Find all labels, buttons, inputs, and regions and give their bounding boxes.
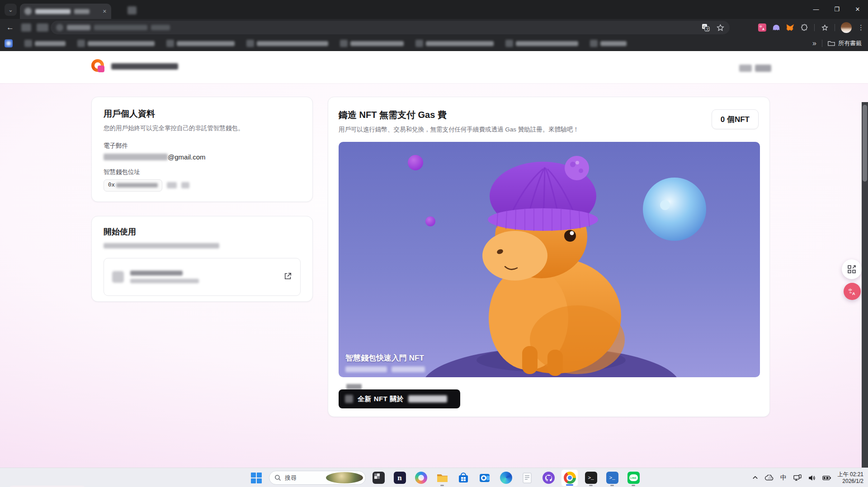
grid-arrow-icon: [847, 265, 856, 274]
email-value: @gmail.com: [104, 153, 301, 161]
ime-indicator[interactable]: 中: [780, 474, 787, 482]
bookmark-item[interactable]: [415, 40, 494, 47]
mint-nft-button[interactable]: 全新 NFT 關於: [339, 389, 460, 408]
bookmark-item[interactable]: [590, 40, 627, 47]
extensions-puzzle-icon[interactable]: [800, 23, 808, 32]
folder-icon: [436, 472, 448, 484]
bookmark-item[interactable]: [5, 39, 13, 47]
taskbar-icon-powershell[interactable]: >_: [604, 469, 621, 487]
email-label: 電子郵件: [104, 142, 301, 150]
taskbar-icon-store[interactable]: [455, 469, 472, 487]
running-indicator: [632, 485, 635, 486]
phantom-wallet-icon[interactable]: [772, 23, 780, 32]
display-connect-icon[interactable]: [793, 474, 802, 482]
google-translate-icon[interactable]: G文: [702, 23, 710, 32]
maximize-button[interactable]: ❐: [826, 0, 847, 18]
tab-search-chevron-icon[interactable]: ⌄: [5, 4, 17, 16]
store-bag-icon: [458, 472, 469, 484]
onedrive-icon[interactable]: [765, 475, 774, 481]
address-bar[interactable]: G文: [51, 21, 730, 34]
bookmarks-bar: » 所有書籤: [0, 36, 868, 51]
taskbar-icon-chrome[interactable]: [561, 469, 578, 487]
folder-icon: [828, 40, 835, 47]
bookmark-item[interactable]: [505, 40, 578, 47]
close-button[interactable]: ✕: [847, 0, 868, 18]
back-icon[interactable]: ←: [6, 23, 14, 32]
menu-dots-icon[interactable]: ⋮: [858, 23, 864, 32]
site-logo[interactable]: [91, 59, 106, 74]
taskbar-icon-capture[interactable]: [370, 469, 387, 487]
taskbar-icon-notepad[interactable]: [519, 469, 536, 487]
wallet-action-icon-blurred[interactable]: [181, 182, 189, 188]
tab-title-blurred: [35, 9, 71, 14]
start-button[interactable]: [248, 469, 265, 487]
immersive-translate-extension-icon[interactable]: 中A: [758, 23, 766, 32]
volume-icon[interactable]: [808, 475, 816, 481]
tab-close-icon[interactable]: ✕: [103, 9, 107, 14]
forward-icon-blurred[interactable]: [21, 23, 31, 32]
nft-card: 鑄造 NFT 無需支付 Gas 費 用戶可以進行鑄幣、交易和兌換，無需支付任何手…: [328, 97, 770, 417]
taskbar-icon-file-explorer[interactable]: [434, 469, 451, 487]
minimize-button[interactable]: —: [806, 0, 826, 18]
page-scrollbar[interactable]: [862, 102, 868, 487]
translate-icon: 中 A: [848, 287, 857, 296]
running-indicator: [610, 485, 614, 486]
bookmark-item[interactable]: [246, 40, 328, 47]
new-tab-button-blurred[interactable]: [127, 6, 137, 14]
active-tab[interactable]: ✕: [20, 4, 111, 19]
reload-icon-blurred[interactable]: [37, 23, 48, 32]
profile-card-description: 您的用戶始終可以完全掌控自己的非託管智慧錢包。: [104, 124, 301, 133]
taskbar-icon-github[interactable]: [540, 469, 557, 487]
scrollbar-thumb[interactable]: [863, 105, 867, 182]
window-controls: — ❐ ✕: [806, 0, 868, 18]
bookmark-item[interactable]: [340, 40, 404, 47]
active-running-indicator: [566, 484, 573, 486]
nft-card-title: 鑄造 NFT 無需支付 Gas 費: [339, 109, 759, 121]
tab-favicon-blurred: [24, 8, 32, 15]
profile-avatar[interactable]: [841, 22, 852, 33]
bookmark-item[interactable]: [166, 40, 235, 47]
browser-toolbar: ← G文 中A: [0, 19, 868, 36]
mint-button-label: 全新 NFT 關於: [358, 395, 404, 403]
wallet-label: 智慧錢包位址: [104, 168, 301, 176]
header-actions[interactable]: [739, 65, 771, 72]
bookmark-star-icon[interactable]: [716, 23, 724, 32]
tray-chevron-icon[interactable]: [752, 475, 758, 481]
bookmark-item[interactable]: [77, 40, 155, 47]
taskbar-icon-edge[interactable]: [497, 469, 514, 487]
outlook-icon: [479, 472, 491, 484]
taskbar-icon-cmd[interactable]: >_: [582, 469, 599, 487]
taskbar-clock[interactable]: 上午 02:21 2026/1/2: [838, 471, 863, 485]
taskbar-icon-outlook[interactable]: [476, 469, 493, 487]
taskbar-search-box[interactable]: 搜尋: [269, 471, 366, 485]
getting-started-title: 開始使用: [104, 226, 301, 237]
getting-started-link-item[interactable]: [104, 258, 301, 296]
battery-icon[interactable]: [822, 475, 831, 481]
svg-text:A: A: [762, 28, 764, 31]
copy-icon-blurred[interactable]: [167, 182, 177, 188]
toolbar-divider: [814, 24, 815, 31]
windows-logo-icon: [251, 473, 262, 483]
hero-caption: 智慧錢包快速入門 NFT: [345, 353, 425, 372]
bing-daily-image[interactable]: [326, 472, 363, 483]
all-bookmarks-button[interactable]: 所有書籤: [828, 39, 862, 47]
svg-text:文: 文: [706, 27, 709, 31]
site-info-icon-blurred[interactable]: [56, 24, 63, 31]
taskbar-icon-notion[interactable]: n: [391, 469, 408, 487]
taskbar-icon-copilot[interactable]: [412, 469, 429, 487]
profile-card-title: 用戶個人資料: [104, 108, 301, 120]
bookmark-item[interactable]: [24, 40, 66, 47]
sidebar-toggle-float-button[interactable]: [842, 259, 862, 279]
immersive-translate-float-button[interactable]: 中 A: [844, 283, 861, 300]
getting-started-subtitle-blurred: [104, 243, 219, 248]
clock-date: 2026/1/2: [842, 478, 863, 484]
running-indicator: [589, 485, 593, 486]
metamask-icon[interactable]: [786, 23, 794, 32]
extension-star-icon[interactable]: [821, 23, 829, 32]
toolbar-divider-2: [835, 24, 835, 31]
wallet-address-pill[interactable]: 0x: [104, 179, 162, 192]
bookmarks-overflow-icon[interactable]: »: [812, 39, 816, 47]
external-link-icon[interactable]: [284, 272, 292, 282]
taskbar-icon-line[interactable]: LINE: [625, 469, 642, 487]
browser-tab-strip: ⌄ ✕ — ❐ ✕: [0, 0, 868, 19]
